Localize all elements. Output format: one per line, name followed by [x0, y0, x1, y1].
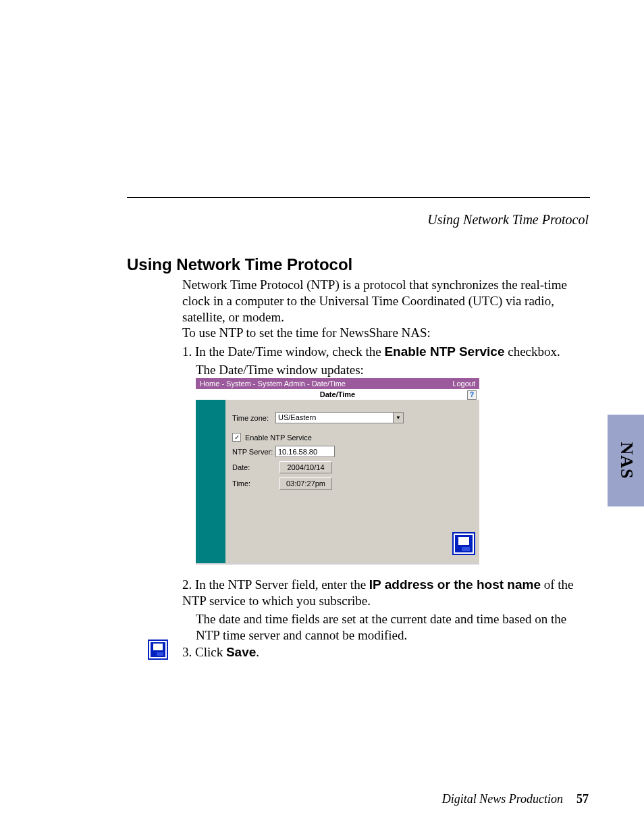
datetime-window: Home - System - System Admin - Date/Time… [196, 378, 479, 565]
step-2: 2. In the NTP Server field, enter the IP… [182, 577, 589, 609]
logout-link[interactable]: Logout [452, 378, 475, 389]
step-3: 3. Click Save. [182, 645, 589, 660]
step-1-bold: Enable NTP Service [384, 344, 504, 359]
datetime-form: Time zone: US/Eastern ▼ ✓ Enable NTP Ser… [225, 400, 479, 563]
step-1: 1. In the Date/Time window, check the En… [182, 344, 589, 359]
timezone-label: Time zone: [232, 414, 275, 422]
date-label: Date: [232, 463, 275, 471]
step-2-sub: The date and time fields are set at the … [196, 611, 589, 644]
step-1-sub: The Date/Time window updates: [196, 363, 589, 377]
time-label: Time: [232, 479, 275, 488]
step-1-prefix: 1. In the Date/Time window, check the [182, 344, 384, 359]
help-icon[interactable]: ? [467, 390, 477, 400]
header-rule [127, 197, 590, 198]
page-number: 57 [576, 792, 589, 806]
timezone-select[interactable]: US/Eastern ▼ [275, 412, 404, 423]
step-3-bold: Save [226, 645, 256, 659]
time-display: 03:07:27pm [279, 477, 332, 490]
chapter-tab: NAS [608, 415, 644, 506]
step-2-bold: IP address or the host name [369, 577, 541, 592]
running-header: Using Network Time Protocol [427, 212, 589, 228]
chapter-tab-label: NAS [616, 442, 636, 479]
chevron-down-icon[interactable]: ▼ [393, 413, 403, 423]
breadcrumb[interactable]: Home - System - System Admin - Date/Time [200, 378, 346, 389]
date-display: 2004/10/14 [279, 461, 332, 473]
panel-title: Date/Time ? [196, 389, 479, 400]
left-margin [196, 400, 225, 563]
floppy-disk-icon [455, 535, 473, 552]
margin-save-icon [148, 640, 168, 660]
save-button[interactable] [452, 532, 475, 555]
footer-title: Digital News Production [442, 792, 563, 806]
timezone-value: US/Eastern [278, 413, 316, 421]
enable-ntp-label: Enable NTP Service [245, 434, 312, 442]
ntp-server-label: NTP Server: [232, 448, 275, 456]
ntp-server-input[interactable] [275, 446, 335, 457]
enable-ntp-checkbox[interactable]: ✓ [232, 433, 241, 442]
step-2-prefix: 2. In the NTP Server field, enter the [182, 577, 369, 592]
window-titlebar: Home - System - System Admin - Date/Time… [196, 378, 479, 389]
section-heading: Using Network Time Protocol [127, 255, 352, 274]
floppy-disk-icon [151, 642, 165, 657]
panel-title-text: Date/Time [320, 390, 355, 398]
step-3-prefix: 3. Click [182, 645, 226, 659]
step-1-suffix: checkbox. [505, 344, 560, 359]
intro-paragraph-2: To use NTP to set the time for NewsShare… [182, 325, 589, 340]
step-3-suffix: . [256, 645, 259, 659]
intro-paragraph-1: Network Time Protocol (NTP) is a protoco… [182, 277, 589, 325]
